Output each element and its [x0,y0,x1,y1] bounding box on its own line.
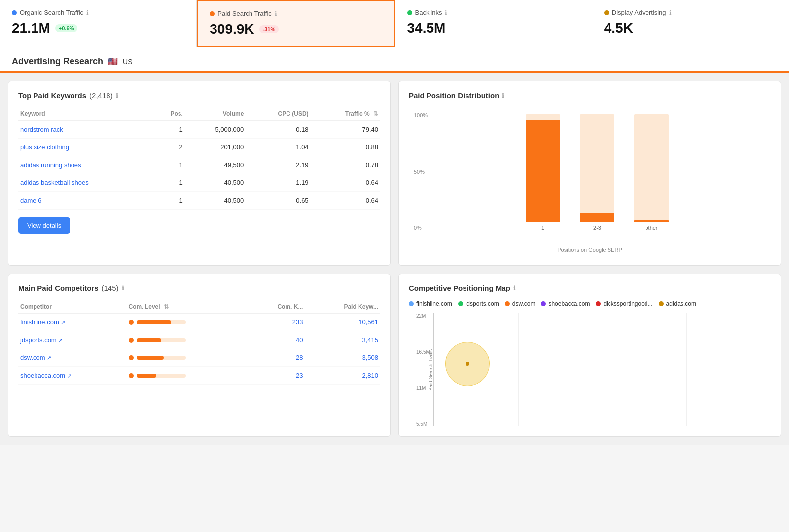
position-dist-title: Paid Position Distribution ℹ [409,91,771,100]
keyword-link[interactable]: dame 6 [18,192,154,210]
y-axis: 100% 50% 0% [414,112,428,231]
col-keyword: Keyword [18,107,154,121]
keyword-link[interactable]: plus size clothing [18,139,154,156]
competitor-level [127,367,247,385]
paid-dot [210,11,215,16]
bar-group-2-3: 2-3 [580,108,614,231]
competitor-link[interactable]: jdsports.com ↗ [18,331,127,349]
col-volume: Volume [185,107,246,121]
organic-label: Organic Search Traffic ℹ [12,9,184,16]
view-details-button[interactable]: View details [18,217,70,234]
competitor-link[interactable]: finishline.com ↗ [18,314,127,331]
keyword-link[interactable]: adidas basketball shoes [18,174,154,192]
bar-group-other: other [634,108,669,231]
bar-group-1: 1 [526,108,560,231]
display-metric-card: Display Advertising ℹ 4.5K [592,0,789,47]
col-competitor: Competitor [18,300,127,314]
competitor-row: finishline.com ↗ 233 10,561 [18,314,380,331]
filter-icon[interactable]: ⇅ [373,110,378,117]
keywords-count: (2,418) [89,91,113,100]
competitor-level [127,349,247,367]
keyword-cpc: 1.19 [246,174,310,192]
organic-info-icon[interactable]: ℹ [86,9,89,16]
keyword-volume: 201,000 [185,139,246,156]
keyword-pos: 2 [154,139,185,156]
competitors-count: (145) [102,284,119,292]
backlinks-value: 34.5M [407,20,580,36]
top-keywords-title: Top Paid Keywords (2,418) ℹ [18,91,380,100]
flag-icon: 🇺🇸 [108,57,118,66]
com-level-filter-icon[interactable]: ⇅ [164,303,169,310]
section-header: Advertising Research 🇺🇸 US [0,47,789,71]
competitor-paid-kw: 3,415 [305,331,380,349]
keyword-link[interactable]: nordstrom rack [18,121,154,139]
display-info-icon[interactable]: ℹ [669,9,672,16]
top-keywords-card: Top Paid Keywords (2,418) ℹ Keyword Pos.… [8,81,391,266]
legend-item: jdsports.com [458,300,499,307]
paid-label: Paid Search Traffic ℹ [210,10,382,17]
col-com-level: Com. Level ⇅ [127,300,247,314]
col-pos: Pos. [154,107,185,121]
keyword-link[interactable]: adidas running shoes [18,156,154,174]
competitor-com-k: 23 [247,367,305,385]
keywords-info-icon[interactable]: ℹ [116,92,118,99]
section-title: Advertising Research [12,56,103,67]
keyword-volume: 40,500 [185,192,246,210]
col-paid-kw: Paid Keyw... [305,300,380,314]
paid-metric-card: Paid Search Traffic ℹ 309.9K -31% [197,0,395,47]
competitor-level [127,331,247,349]
backlinks-info-icon[interactable]: ℹ [445,9,447,16]
competitor-level [127,314,247,331]
keyword-cpc: 1.04 [246,139,310,156]
positioning-map-title: Competitive Positioning Map ℹ [409,284,771,292]
x-axis-label: Positions on Google SERP [557,247,622,253]
legend-item: dsw.com [505,300,536,307]
paid-info-icon[interactable]: ℹ [275,10,277,17]
keyword-volume: 40,500 [185,174,246,192]
keyword-pos: 1 [154,192,185,210]
keyword-cpc: 2.19 [246,156,310,174]
keyword-cpc: 0.65 [246,192,310,210]
keyword-traffic: 0.64 [311,174,380,192]
competitor-row: dsw.com ↗ 28 3,508 [18,349,380,367]
legend-item: shoebacca.com [541,300,590,307]
competitors-table: Competitor Com. Level ⇅ Com. K... Paid K… [18,300,380,385]
chart-legend: finishline.comjdsports.comdsw.comshoebac… [409,300,771,307]
keyword-cpc: 0.18 [246,121,310,139]
positioning-chart: Paid Search Traffic 22M 16.5M 11M 5.5M [433,313,771,426]
legend-item: adidas.com [659,300,696,307]
paid-badge: -31% [259,25,279,33]
keyword-traffic: 0.88 [311,139,380,156]
backlinks-metric-card: Backlinks ℹ 34.5M [395,0,592,47]
competitor-row: jdsports.com ↗ 40 3,415 [18,331,380,349]
paid-value: 309.9K -31% [210,21,382,37]
competitor-com-k: 40 [247,331,305,349]
keyword-row: adidas running shoes 1 49,500 2.19 0.78 [18,156,380,174]
positioning-map-card: Competitive Positioning Map ℹ finishline… [398,274,781,437]
col-cpc: CPC (USD) [246,107,310,121]
display-value: 4.5K [604,20,777,36]
competitors-info-icon[interactable]: ℹ [122,285,124,292]
organic-value: 21.1M +0.6% [12,20,184,36]
backlinks-label: Backlinks ℹ [407,9,580,16]
keyword-row: adidas basketball shoes 1 40,500 1.19 0.… [18,174,380,192]
competitor-paid-kw: 10,561 [305,314,380,331]
col-com-k: Com. K... [247,300,305,314]
keyword-row: nordstrom rack 1 5,000,000 0.18 79.40 [18,121,380,139]
keyword-volume: 5,000,000 [185,121,246,139]
competitor-com-k: 28 [247,349,305,367]
competitor-com-k: 233 [247,314,305,331]
legend-item: finishline.com [409,300,452,307]
positioning-map-info-icon[interactable]: ℹ [513,285,516,292]
keyword-traffic: 0.64 [311,192,380,210]
competitor-link[interactable]: shoebacca.com ↗ [18,367,127,385]
competitor-link[interactable]: dsw.com ↗ [18,349,127,367]
country-label: US [123,58,132,66]
keyword-row: plus size clothing 2 201,000 1.04 0.88 [18,139,380,156]
legend-item: dickssportingood... [596,300,652,307]
col-traffic: Traffic % ⇅ [311,107,380,121]
y-values: 22M 16.5M 11M 5.5M [416,313,430,426]
competitors-title: Main Paid Competitors (145) ℹ [18,284,380,292]
keywords-table: Keyword Pos. Volume CPC (USD) Traffic % … [18,107,380,210]
position-dist-info-icon[interactable]: ℹ [502,92,504,99]
